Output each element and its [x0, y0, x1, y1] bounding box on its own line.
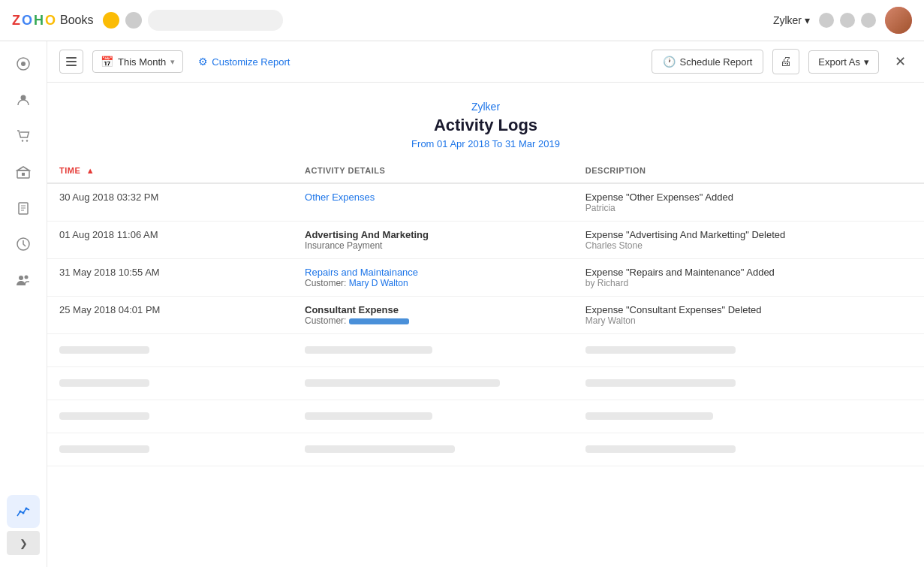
column-header-time[interactable]: TIME ▲ — [47, 158, 293, 183]
report-title: Activity Logs — [47, 116, 924, 135]
row-activity: Other Expenses — [293, 183, 573, 222]
desc-main-text: Expense "Other Expenses" Added — [585, 192, 912, 203]
schedule-report-button[interactable]: 🕐 Schedule Report — [652, 50, 764, 74]
skeleton-bar — [305, 346, 432, 354]
activity-sub-text: Customer: — [305, 315, 561, 326]
skeleton-bar — [305, 445, 455, 453]
top-bar: ZOHO Books Zylker ▾ — [0, 0, 924, 41]
skeleton-bar — [585, 346, 736, 354]
activity-link[interactable]: Other Expenses — [305, 192, 375, 203]
sort-arrow-icon: ▲ — [86, 166, 95, 175]
table-row: 25 May 2018 04:01 PM Consultant Expense … — [47, 297, 924, 334]
column-header-activity[interactable]: ACTIVITY DETAILS — [293, 158, 573, 183]
skeleton-bar — [59, 346, 149, 354]
export-label: Export As — [818, 56, 860, 68]
skeleton-desc — [573, 367, 924, 400]
table-body: 30 Aug 2018 03:32 PM Other Expenses Expe… — [47, 183, 924, 466]
column-header-description[interactable]: DESCRIPTION — [573, 158, 924, 183]
print-icon: 🖨 — [780, 55, 792, 68]
search-bar[interactable] — [148, 10, 283, 31]
sidebar: ❯ — [0, 41, 47, 567]
skeleton-bar — [305, 412, 432, 420]
desc-sub-text: Charles Stone — [585, 240, 912, 251]
table-row-skeleton — [47, 400, 924, 433]
skeleton-time — [47, 400, 293, 433]
print-button[interactable]: 🖨 — [772, 49, 799, 74]
skeleton-time — [47, 367, 293, 400]
skeleton-time — [47, 334, 293, 367]
table-row: 30 Aug 2018 03:32 PM Other Expenses Expe… — [47, 183, 924, 222]
row-time: 31 May 2018 10:55 AM — [47, 259, 293, 297]
report-company: Zylker — [47, 101, 924, 113]
desc-col-label: DESCRIPTION — [585, 166, 646, 175]
activity-text: Consultant Expense — [305, 304, 561, 315]
skeleton-bar — [59, 445, 149, 453]
desc-sub-text: by Richard — [585, 278, 912, 288]
skeleton-bar — [305, 379, 500, 387]
desc-sub-text: Mary Walton — [585, 315, 912, 326]
table-row-skeleton — [47, 334, 924, 367]
top-circles — [819, 13, 876, 28]
row-activity: Repairs and Maintainance Customer: Mary … — [293, 259, 573, 297]
user-menu[interactable]: Zylker ▾ — [773, 14, 810, 26]
customer-link[interactable]: Mary D Walton — [349, 278, 408, 288]
hamburger-button[interactable] — [59, 50, 83, 74]
sidebar-item-time[interactable] — [7, 228, 40, 261]
top-circle-1 — [819, 13, 834, 28]
desc-main-text: Expense "Repairs and Maintenance" Added — [585, 267, 912, 278]
table-row-skeleton — [47, 433, 924, 466]
report-table-container: TIME ▲ ACTIVITY DETAILS DESCRIPTION — [47, 158, 924, 567]
close-icon: ✕ — [895, 53, 906, 70]
sidebar-item-accountant[interactable] — [7, 264, 40, 297]
skeleton-desc — [573, 334, 924, 367]
customize-report-button[interactable]: ⚙ Customize Report — [192, 51, 296, 72]
sidebar-item-banking[interactable] — [7, 155, 40, 188]
sidebar-item-purchases[interactable] — [7, 192, 40, 225]
avatar[interactable] — [885, 7, 912, 34]
skeleton-activity — [293, 400, 573, 433]
export-button[interactable]: Export As ▾ — [808, 50, 879, 74]
svg-point-11 — [20, 511, 22, 513]
skeleton-bar — [59, 379, 149, 387]
skeleton-activity — [293, 367, 573, 400]
hamburger-line-1 — [66, 57, 77, 59]
sidebar-expand-button[interactable]: ❯ — [7, 531, 40, 555]
svg-point-1 — [21, 62, 26, 66]
top-bar-indicators — [103, 10, 283, 31]
activity-text: Advertising And Marketing — [305, 229, 561, 240]
gray-dot — [125, 12, 142, 29]
schedule-label: Schedule Report — [680, 56, 753, 68]
activity-sub-text: Customer: Mary D Walton — [305, 278, 561, 288]
logo-o1: O — [22, 13, 32, 29]
report-header: Zylker Activity Logs From 01 Apr 2018 To… — [47, 83, 924, 158]
activity-link[interactable]: Repairs and Maintainance — [305, 267, 418, 278]
svg-point-10 — [25, 276, 29, 279]
sidebar-item-shopping[interactable] — [7, 119, 40, 152]
skeleton-bar — [585, 445, 736, 453]
skeleton-bar — [585, 412, 713, 420]
sidebar-item-reports[interactable] — [7, 495, 40, 528]
row-activity: Consultant Expense Customer: — [293, 297, 573, 334]
activity-col-label: ACTIVITY DETAILS — [305, 166, 385, 175]
expand-icon: ❯ — [20, 538, 28, 549]
table-row-skeleton — [47, 367, 924, 400]
logo-o2: O — [45, 13, 56, 29]
row-description: Expense "Repairs and Maintenance" Added … — [573, 259, 924, 297]
sidebar-item-contacts[interactable] — [7, 83, 40, 116]
row-description: Expense "Other Expenses" Added Patricia — [573, 183, 924, 222]
svg-rect-6 — [22, 173, 25, 176]
customize-label: Customize Report — [212, 56, 290, 68]
schedule-clock-icon: 🕐 — [663, 56, 676, 68]
close-button[interactable]: ✕ — [888, 50, 912, 74]
logo-h: H — [34, 13, 44, 29]
customize-gear-icon: ⚙ — [198, 56, 208, 68]
sidebar-item-dashboard[interactable] — [7, 47, 40, 80]
date-filter-dropdown[interactable]: 📅 This Month ▾ — [92, 50, 183, 73]
calendar-icon: 📅 — [101, 56, 113, 68]
table-row: 31 May 2018 10:55 AM Repairs and Maintai… — [47, 259, 924, 297]
svg-point-9 — [19, 276, 23, 280]
avatar-image — [885, 7, 912, 34]
svg-point-4 — [26, 140, 28, 141]
row-activity: Advertising And Marketing Insurance Paym… — [293, 222, 573, 259]
export-arrow-icon: ▾ — [864, 56, 869, 68]
